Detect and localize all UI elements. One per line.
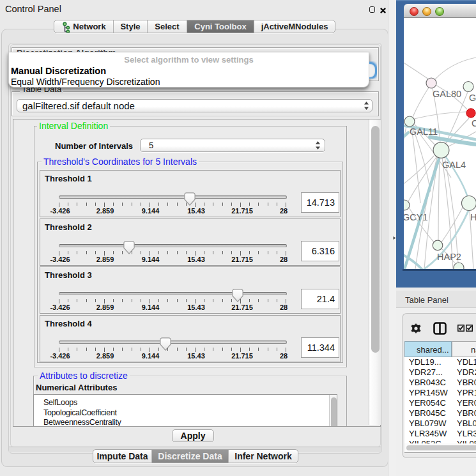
svg-text:GAL11: GAL11 xyxy=(410,127,438,137)
svg-text:GAL4: GAL4 xyxy=(442,160,466,170)
svg-text:C: C xyxy=(472,118,476,128)
svg-text:H: H xyxy=(470,212,476,222)
svg-text:GA: GA xyxy=(469,93,476,103)
svg-text:HAP2: HAP2 xyxy=(437,252,461,262)
svg-text:GCY1: GCY1 xyxy=(404,212,428,222)
svg-text:GAL80: GAL80 xyxy=(433,89,461,99)
